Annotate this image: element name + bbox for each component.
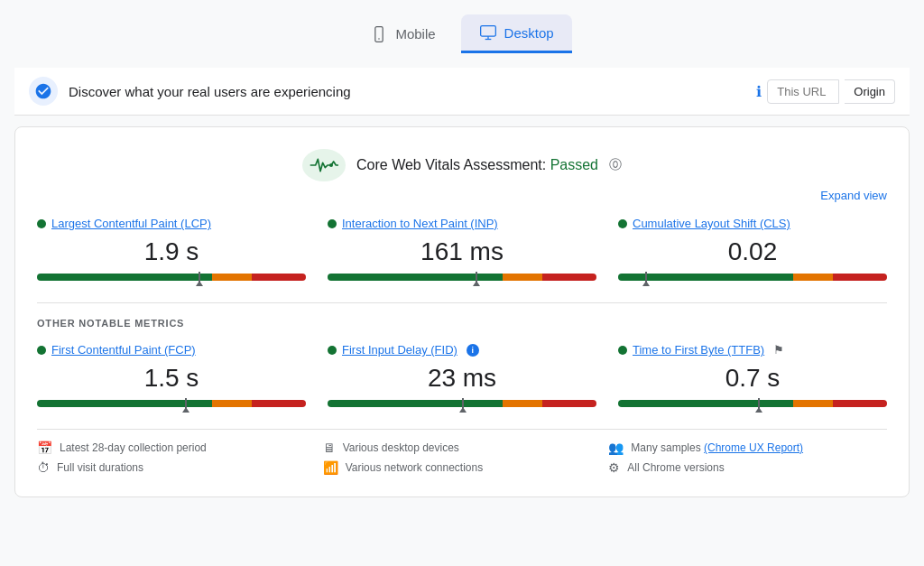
cls-bar xyxy=(618,274,887,281)
chrome-icon: ⚙ xyxy=(608,460,620,475)
header-left: Discover what your real users are experi… xyxy=(29,77,351,106)
cwv-header: Core Web Vitals Assessment: Passed ⓪ xyxy=(37,149,887,181)
fcp-dot xyxy=(37,346,46,355)
metric-inp-label: Interaction to Next Paint (INP) xyxy=(328,217,596,230)
header-title: Discover what your real users are experi… xyxy=(69,84,351,99)
header-bar: Discover what your real users are experi… xyxy=(14,68,910,116)
metric-cls: Cumulative Layout Shift (CLS) 0.02 xyxy=(618,217,887,284)
footer-col-3: 👥 Many samples (Chrome UX Report) ⚙ All … xyxy=(608,441,887,475)
section-divider xyxy=(37,302,887,303)
tab-mobile[interactable]: Mobile xyxy=(352,16,453,52)
ttfb-link[interactable]: Time to First Byte (TTFB) xyxy=(633,343,764,357)
ttfb-flag-icon[interactable]: ⚑ xyxy=(773,343,784,357)
footer-samples: 👥 Many samples (Chrome UX Report) xyxy=(608,441,887,455)
expand-view[interactable]: Expand view xyxy=(37,189,887,202)
lcp-bar xyxy=(37,274,306,281)
fcp-bar xyxy=(37,400,306,407)
footer-network-text: Various network connections xyxy=(346,461,484,474)
metric-fcp-label: First Contentful Paint (FCP) xyxy=(37,343,306,357)
other-metrics-grid: First Contentful Paint (FCP) 1.5 s xyxy=(37,343,887,411)
url-input[interactable] xyxy=(767,79,839,104)
fid-value: 23 ms xyxy=(328,364,596,393)
fid-dot xyxy=(328,346,337,355)
inp-value: 161 ms xyxy=(328,237,596,266)
desktop-icon: 🖥 xyxy=(323,441,336,455)
main-card: Core Web Vitals Assessment: Passed ⓪ Exp… xyxy=(14,126,910,497)
metric-fid-label: First Input Delay (FID) i xyxy=(328,343,596,357)
footer-col-1: 📅 Latest 28-day collection period ⏱ Full… xyxy=(37,441,316,475)
fid-link[interactable]: First Input Delay (FID) xyxy=(342,343,457,357)
fid-bar xyxy=(328,400,596,407)
cwv-help-icon[interactable]: ⓪ xyxy=(609,157,622,173)
footer-samples-text: Many samples (Chrome UX Report) xyxy=(631,441,803,454)
tab-desktop[interactable]: Desktop xyxy=(461,14,572,53)
inp-dot xyxy=(328,219,337,228)
footer-grid: 📅 Latest 28-day collection period ⏱ Full… xyxy=(37,429,887,475)
calendar-icon: 📅 xyxy=(37,441,52,455)
footer-chrome-versions: ⚙ All Chrome versions xyxy=(608,460,887,475)
svg-point-5 xyxy=(329,163,333,167)
footer-collection-text: Latest 28-day collection period xyxy=(60,441,207,454)
users-icon: 👥 xyxy=(608,441,624,455)
metric-inp: Interaction to Next Paint (INP) 161 ms xyxy=(328,217,596,284)
chrome-ux-report-link[interactable]: (Chrome UX Report) xyxy=(704,441,803,454)
cls-dot xyxy=(618,219,627,228)
tab-bar: Mobile Desktop xyxy=(14,14,910,53)
inp-bar xyxy=(328,274,596,281)
tab-desktop-label: Desktop xyxy=(504,25,554,41)
ttfb-dot xyxy=(618,346,627,355)
metric-fid: First Input Delay (FID) i 23 ms xyxy=(328,343,596,411)
other-section-label: OTHER NOTABLE METRICS xyxy=(37,318,887,329)
metric-ttfb: Time to First Byte (TTFB) ⚑ 0.7 s xyxy=(618,343,887,411)
network-icon: 📶 xyxy=(323,460,338,475)
header-info-icon[interactable]: ℹ xyxy=(756,83,762,100)
origin-button[interactable]: Origin xyxy=(845,79,895,104)
footer-collection-period: 📅 Latest 28-day collection period xyxy=(37,441,316,455)
fcp-value: 1.5 s xyxy=(37,364,306,393)
metric-lcp-label: Largest Contentful Paint (LCP) xyxy=(37,217,306,230)
svg-rect-2 xyxy=(480,26,495,37)
lcp-link[interactable]: Largest Contentful Paint (LCP) xyxy=(51,217,211,230)
tab-mobile-label: Mobile xyxy=(395,26,435,42)
cls-value: 0.02 xyxy=(618,237,887,266)
footer-visit-text: Full visit durations xyxy=(57,461,143,474)
svg-rect-0 xyxy=(375,26,383,42)
footer-network: 📶 Various network connections xyxy=(323,460,602,475)
fid-info-icon[interactable]: i xyxy=(467,344,479,357)
footer-devices-text: Various desktop devices xyxy=(343,441,459,454)
ttfb-bar xyxy=(618,400,887,407)
cwv-title: Core Web Vitals Assessment: Passed xyxy=(356,157,598,173)
inp-link[interactable]: Interaction to Next Paint (INP) xyxy=(342,217,498,230)
footer-devices: 🖥 Various desktop devices xyxy=(323,441,602,455)
lcp-dot xyxy=(37,219,46,228)
footer-visit-duration: ⏱ Full visit durations xyxy=(37,460,316,475)
pulse-icon xyxy=(302,149,346,181)
cwv-status: Passed xyxy=(550,157,598,172)
cls-link[interactable]: Cumulative Layout Shift (CLS) xyxy=(633,217,790,230)
timer-icon: ⏱ xyxy=(37,460,50,475)
avatar-icon xyxy=(29,77,58,106)
fcp-link[interactable]: First Contentful Paint (FCP) xyxy=(51,343,196,357)
lcp-value: 1.9 s xyxy=(37,237,306,266)
metric-cls-label: Cumulative Layout Shift (CLS) xyxy=(618,217,887,230)
header-right: ℹ Origin xyxy=(756,79,895,104)
core-metrics-grid: Largest Contentful Paint (LCP) 1.9 s xyxy=(37,217,887,284)
footer-col-2: 🖥 Various desktop devices 📶 Various netw… xyxy=(323,441,602,475)
ttfb-value: 0.7 s xyxy=(618,364,887,393)
footer-chrome-text: All Chrome versions xyxy=(627,461,724,474)
metric-lcp: Largest Contentful Paint (LCP) 1.9 s xyxy=(37,217,306,284)
metric-ttfb-label: Time to First Byte (TTFB) ⚑ xyxy=(618,343,887,357)
metric-fcp: First Contentful Paint (FCP) 1.5 s xyxy=(37,343,306,411)
